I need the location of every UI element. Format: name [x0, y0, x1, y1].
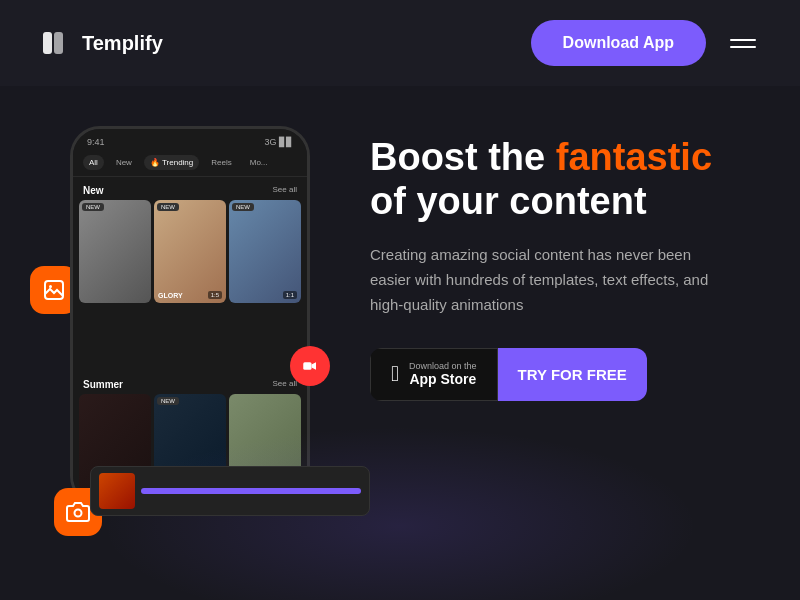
new-badge-3: NEW — [232, 203, 254, 211]
heading-highlight: fantastic — [556, 136, 712, 178]
video-track[interactable] — [141, 488, 361, 494]
hero-content: Boost the fantastic of your content Crea… — [370, 126, 760, 401]
record-icon — [301, 357, 319, 375]
svg-rect-0 — [43, 32, 52, 54]
app-store-button[interactable]:  Download on the App Store — [370, 348, 498, 402]
menu-line-2 — [730, 46, 756, 48]
hero-section: 9:41 3G ▊▊ All New 🔥 Trending Reels Mo..… — [0, 86, 800, 506]
camera-icon — [66, 500, 90, 524]
phone-status-bar: 9:41 3G ▊▊ — [73, 129, 307, 151]
apple-icon:  — [391, 361, 399, 387]
new-badge-1: NEW — [82, 203, 104, 211]
section2-see-all[interactable]: See all — [273, 379, 297, 390]
app-store-main-label: App Store — [409, 371, 477, 388]
header-right: Download App — [531, 20, 760, 66]
phone-grid-1: NEW NEW GLORY 1:5 NEW 1:1 — [73, 200, 307, 371]
tab-all[interactable]: All — [83, 155, 104, 170]
svg-point-5 — [75, 510, 82, 517]
float-record-button[interactable] — [290, 346, 330, 386]
tab-new[interactable]: New — [110, 155, 138, 170]
section2-header: Summer See all — [73, 371, 307, 394]
app-store-text-block: Download on the App Store — [409, 361, 477, 389]
section1-header: New See all — [73, 177, 307, 200]
menu-button[interactable] — [726, 35, 760, 52]
phone-time: 9:41 — [87, 137, 105, 147]
header: Templify Download App — [0, 0, 800, 86]
phone-card-3[interactable]: NEW 1:1 — [229, 200, 301, 303]
cta-row:  Download on the App Store TRY FOR FREE — [370, 348, 647, 402]
new-badge-2: NEW — [157, 203, 179, 211]
phone-card-2[interactable]: NEW GLORY 1:5 — [154, 200, 226, 303]
phone-mockup: 9:41 3G ▊▊ All New 🔥 Trending Reels Mo..… — [70, 126, 310, 506]
svg-point-3 — [49, 285, 52, 288]
video-bar — [90, 466, 370, 516]
tab-more[interactable]: Mo... — [244, 155, 274, 170]
tab-reels[interactable]: Reels — [205, 155, 237, 170]
hero-heading: Boost the fantastic of your content — [370, 136, 760, 223]
app-store-sub-label: Download on the — [409, 361, 477, 372]
try-free-button[interactable]: TRY FOR FREE — [498, 348, 647, 402]
hero-description: Creating amazing social content has neve… — [370, 243, 710, 317]
tab-trending[interactable]: 🔥 Trending — [144, 155, 199, 170]
section1-see-all[interactable]: See all — [273, 185, 297, 196]
section2-title: Summer — [83, 379, 123, 390]
logo-text: Templify — [82, 32, 163, 55]
card-counter-3: 1:1 — [283, 291, 297, 299]
logo-icon — [40, 27, 72, 59]
logo-area: Templify — [40, 27, 163, 59]
video-thumbnail — [99, 473, 135, 509]
svg-rect-1 — [54, 32, 63, 54]
download-app-button[interactable]: Download App — [531, 20, 706, 66]
card-counter-2: 1:5 — [208, 291, 222, 299]
menu-line-1 — [730, 39, 756, 41]
svg-rect-4 — [303, 362, 311, 370]
phone-container: 9:41 3G ▊▊ All New 🔥 Trending Reels Mo..… — [40, 126, 340, 506]
heading-part1: Boost the — [370, 136, 556, 178]
phone-signal: 3G ▊▊ — [264, 137, 293, 147]
phone-tabs: All New 🔥 Trending Reels Mo... — [73, 151, 307, 177]
image-icon — [42, 278, 66, 302]
new-badge-5: NEW — [157, 397, 179, 405]
phone-card-1[interactable]: NEW — [79, 200, 151, 303]
section1-title: New — [83, 185, 104, 196]
heading-part2: of your content — [370, 180, 647, 222]
